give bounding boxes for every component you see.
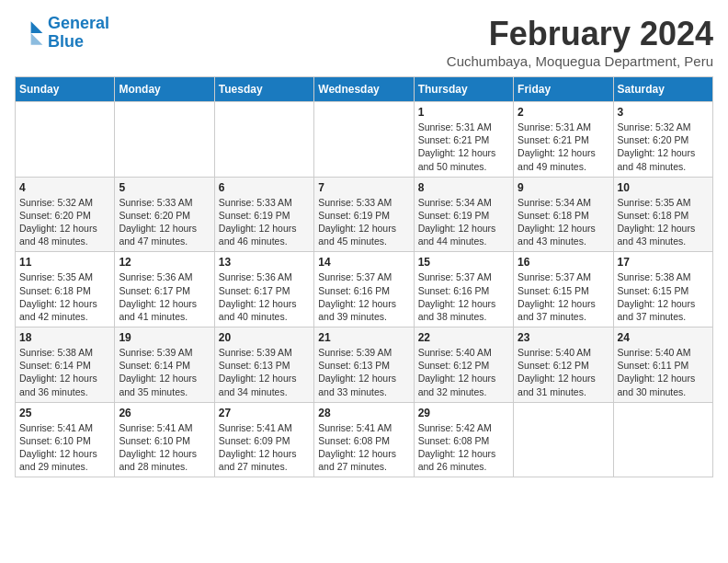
day-number: 13 <box>219 256 310 269</box>
calendar-cell: 13Sunrise: 5:36 AMSunset: 6:17 PMDayligh… <box>214 252 313 327</box>
calendar-cell: 10Sunrise: 5:35 AMSunset: 6:18 PMDayligh… <box>613 177 712 252</box>
day-info: Sunrise: 5:31 AMSunset: 6:21 PMDaylight:… <box>518 121 609 173</box>
day-info: Sunrise: 5:37 AMSunset: 6:16 PMDaylight:… <box>318 270 409 323</box>
calendar-cell: 1Sunrise: 5:31 AMSunset: 6:21 PMDaylight… <box>414 102 513 178</box>
day-info: Sunrise: 5:34 AMSunset: 6:18 PMDaylight:… <box>518 196 609 248</box>
header: General Blue February 2024 Cuchumbaya, M… <box>15 15 713 69</box>
day-number: 28 <box>318 407 409 419</box>
month-title: February 2024 <box>447 15 713 53</box>
calendar-week-row: 18Sunrise: 5:38 AMSunset: 6:14 PMDayligh… <box>16 327 713 403</box>
day-number: 20 <box>219 331 310 344</box>
day-info: Sunrise: 5:42 AMSunset: 6:08 PMDaylight:… <box>418 421 509 474</box>
day-number: 8 <box>418 181 509 194</box>
weekday-header: Sunday <box>16 77 115 102</box>
svg-marker-1 <box>31 33 43 45</box>
calendar-cell: 20Sunrise: 5:39 AMSunset: 6:13 PMDayligh… <box>214 327 313 403</box>
calendar-cell: 19Sunrise: 5:39 AMSunset: 6:14 PMDayligh… <box>115 327 214 403</box>
calendar-cell: 12Sunrise: 5:36 AMSunset: 6:17 PMDayligh… <box>115 252 214 327</box>
calendar-header-row: SundayMondayTuesdayWednesdayThursdayFrid… <box>16 77 713 102</box>
day-info: Sunrise: 5:39 AMSunset: 6:14 PMDaylight:… <box>119 346 210 398</box>
calendar-cell <box>115 102 214 178</box>
day-info: Sunrise: 5:36 AMSunset: 6:17 PMDaylight:… <box>119 270 210 323</box>
calendar: SundayMondayTuesdayWednesdayThursdayFrid… <box>15 76 713 477</box>
day-info: Sunrise: 5:40 AMSunset: 6:12 PMDaylight:… <box>518 346 609 398</box>
day-number: 9 <box>518 181 609 194</box>
day-number: 2 <box>518 106 609 119</box>
day-info: Sunrise: 5:31 AMSunset: 6:21 PMDaylight:… <box>418 121 509 173</box>
day-number: 14 <box>318 256 409 269</box>
day-number: 25 <box>19 407 110 419</box>
day-info: Sunrise: 5:37 AMSunset: 6:16 PMDaylight:… <box>418 270 509 323</box>
weekday-header: Saturday <box>613 77 712 102</box>
calendar-cell <box>214 102 313 178</box>
day-info: Sunrise: 5:41 AMSunset: 6:10 PMDaylight:… <box>119 421 210 474</box>
calendar-cell: 22Sunrise: 5:40 AMSunset: 6:12 PMDayligh… <box>414 327 513 403</box>
day-number: 5 <box>119 181 210 194</box>
day-number: 11 <box>19 256 110 269</box>
logo-text: General Blue <box>48 15 109 52</box>
calendar-cell: 8Sunrise: 5:34 AMSunset: 6:19 PMDaylight… <box>414 177 513 252</box>
day-number: 17 <box>618 256 709 269</box>
logo: General Blue <box>15 15 109 52</box>
svg-marker-0 <box>31 21 43 33</box>
day-number: 7 <box>318 181 409 194</box>
day-info: Sunrise: 5:40 AMSunset: 6:12 PMDaylight:… <box>418 346 509 398</box>
day-info: Sunrise: 5:41 AMSunset: 6:08 PMDaylight:… <box>318 421 409 474</box>
day-number: 12 <box>119 256 210 269</box>
weekday-header: Wednesday <box>314 77 414 102</box>
day-info: Sunrise: 5:41 AMSunset: 6:09 PMDaylight:… <box>219 421 310 474</box>
day-number: 23 <box>518 331 609 344</box>
day-number: 15 <box>418 256 509 269</box>
day-number: 6 <box>219 181 310 194</box>
calendar-cell: 24Sunrise: 5:40 AMSunset: 6:11 PMDayligh… <box>613 327 712 403</box>
day-info: Sunrise: 5:33 AMSunset: 6:20 PMDaylight:… <box>119 196 210 248</box>
calendar-cell <box>314 102 414 178</box>
day-number: 24 <box>618 331 709 344</box>
calendar-cell: 27Sunrise: 5:41 AMSunset: 6:09 PMDayligh… <box>214 402 313 477</box>
day-number: 16 <box>518 256 609 269</box>
calendar-cell: 16Sunrise: 5:37 AMSunset: 6:15 PMDayligh… <box>514 252 613 327</box>
day-info: Sunrise: 5:39 AMSunset: 6:13 PMDaylight:… <box>219 346 310 398</box>
day-number: 19 <box>119 331 210 344</box>
day-number: 4 <box>19 181 110 194</box>
day-info: Sunrise: 5:37 AMSunset: 6:15 PMDaylight:… <box>518 270 609 323</box>
day-info: Sunrise: 5:33 AMSunset: 6:19 PMDaylight:… <box>219 196 310 248</box>
weekday-header: Thursday <box>414 77 513 102</box>
day-info: Sunrise: 5:39 AMSunset: 6:13 PMDaylight:… <box>318 346 409 398</box>
day-info: Sunrise: 5:40 AMSunset: 6:11 PMDaylight:… <box>618 346 709 398</box>
day-info: Sunrise: 5:38 AMSunset: 6:14 PMDaylight:… <box>19 346 110 398</box>
calendar-cell: 26Sunrise: 5:41 AMSunset: 6:10 PMDayligh… <box>115 402 214 477</box>
calendar-body: 1Sunrise: 5:31 AMSunset: 6:21 PMDaylight… <box>16 102 713 477</box>
calendar-cell: 11Sunrise: 5:35 AMSunset: 6:18 PMDayligh… <box>16 252 115 327</box>
calendar-cell: 29Sunrise: 5:42 AMSunset: 6:08 PMDayligh… <box>414 402 513 477</box>
calendar-cell: 14Sunrise: 5:37 AMSunset: 6:16 PMDayligh… <box>314 252 414 327</box>
weekday-header: Friday <box>514 77 613 102</box>
calendar-cell: 23Sunrise: 5:40 AMSunset: 6:12 PMDayligh… <box>514 327 613 403</box>
day-number: 21 <box>318 331 409 344</box>
calendar-cell: 6Sunrise: 5:33 AMSunset: 6:19 PMDaylight… <box>214 177 313 252</box>
day-info: Sunrise: 5:33 AMSunset: 6:19 PMDaylight:… <box>318 196 409 248</box>
day-number: 27 <box>219 407 310 419</box>
calendar-cell <box>16 102 115 178</box>
calendar-cell: 25Sunrise: 5:41 AMSunset: 6:10 PMDayligh… <box>16 402 115 477</box>
calendar-cell: 5Sunrise: 5:33 AMSunset: 6:20 PMDaylight… <box>115 177 214 252</box>
day-info: Sunrise: 5:35 AMSunset: 6:18 PMDaylight:… <box>19 270 110 323</box>
day-info: Sunrise: 5:32 AMSunset: 6:20 PMDaylight:… <box>618 121 709 173</box>
calendar-week-row: 1Sunrise: 5:31 AMSunset: 6:21 PMDaylight… <box>16 102 713 178</box>
day-number: 26 <box>119 407 210 419</box>
day-number: 1 <box>418 106 509 119</box>
weekday-header: Monday <box>115 77 214 102</box>
location-title: Cuchumbaya, Moquegua Department, Peru <box>447 53 713 69</box>
day-info: Sunrise: 5:32 AMSunset: 6:20 PMDaylight:… <box>19 196 110 248</box>
calendar-cell: 9Sunrise: 5:34 AMSunset: 6:18 PMDaylight… <box>514 177 613 252</box>
day-info: Sunrise: 5:36 AMSunset: 6:17 PMDaylight:… <box>219 270 310 323</box>
day-info: Sunrise: 5:41 AMSunset: 6:10 PMDaylight:… <box>19 421 110 474</box>
calendar-cell: 2Sunrise: 5:31 AMSunset: 6:21 PMDaylight… <box>514 102 613 178</box>
calendar-cell: 18Sunrise: 5:38 AMSunset: 6:14 PMDayligh… <box>16 327 115 403</box>
day-number: 29 <box>418 407 509 419</box>
calendar-cell: 7Sunrise: 5:33 AMSunset: 6:19 PMDaylight… <box>314 177 414 252</box>
day-info: Sunrise: 5:34 AMSunset: 6:19 PMDaylight:… <box>418 196 509 248</box>
day-number: 3 <box>618 106 709 119</box>
calendar-cell: 3Sunrise: 5:32 AMSunset: 6:20 PMDaylight… <box>613 102 712 178</box>
calendar-week-row: 4Sunrise: 5:32 AMSunset: 6:20 PMDaylight… <box>16 177 713 252</box>
